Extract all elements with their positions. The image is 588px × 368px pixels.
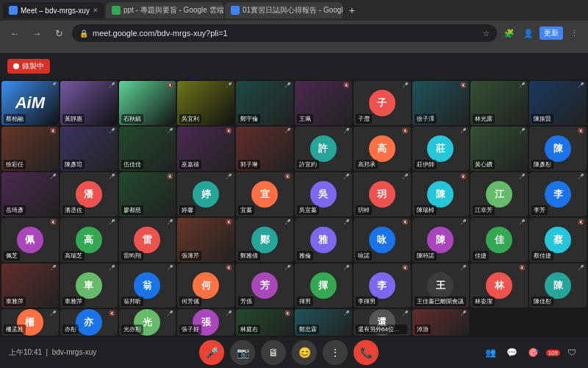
participant-tile[interactable]: 蔡🔇蔡佳捷 <box>529 218 587 262</box>
participant-tile[interactable]: 🎤岳琦彥 <box>1 172 59 216</box>
menu-button[interactable]: ⋮ <box>566 25 582 41</box>
participant-tile[interactable]: 張🎤張子好 <box>177 309 234 336</box>
host-icon[interactable]: 🛡 <box>564 344 579 361</box>
new-tab-button[interactable]: + <box>344 2 360 18</box>
participant-tile[interactable]: 🎤淖游 <box>412 309 470 336</box>
participant-tile[interactable]: 潘🎤潘丞佐 <box>60 172 118 216</box>
participant-tile[interactable]: 陳🎤陳時諾 <box>412 218 470 262</box>
participant-tile[interactable]: 許🎤許宜約 <box>295 127 352 171</box>
participant-tile[interactable]: 王🎤王佳蓁已離開會議 <box>412 263 470 308</box>
address-box[interactable]: 🔒 meet.google.com/bdv-mrgs-xuy?pli=1 ☆ <box>72 24 497 42</box>
participant-tile[interactable]: 佩🔇佩芝 <box>1 218 59 262</box>
forward-button[interactable]: → <box>28 24 46 42</box>
participant-tile[interactable]: 🎤郭子琳 <box>236 127 293 171</box>
participant-tile[interactable]: 車🎤車雅萍 <box>60 263 118 308</box>
reload-button[interactable]: ↻ <box>50 24 68 42</box>
participant-tile[interactable]: 雷🎤雷昀翔 <box>119 218 176 262</box>
participant-tile[interactable]: 李🎤李芳 <box>529 172 587 216</box>
participant-tile[interactable]: 🎤車雅萍 <box>1 263 59 308</box>
participant-tile[interactable]: 光🎤光亦彤 <box>119 309 176 336</box>
participant-tile[interactable]: 🔇巫嘉禧 <box>177 127 234 171</box>
participant-tile[interactable]: 🔇石秋鎮 <box>119 81 176 125</box>
participant-tile[interactable]: 芳🎤芳係 <box>236 263 293 308</box>
mic-status-icon: 🎤 <box>109 128 115 134</box>
participant-tile[interactable]: 🔇張薄芹 <box>177 218 234 262</box>
participant-name-label: 陳瑞棹 <box>415 205 437 215</box>
participant-tile[interactable]: 柵🎤柵孟姓 <box>1 309 59 336</box>
participant-tile[interactable]: 婷🎤婷馨 <box>177 172 234 216</box>
more-button[interactable]: ⋮ <box>323 340 348 365</box>
participant-tile[interactable]: 亦🔇亦彤 <box>60 309 118 336</box>
participant-tile[interactable]: 吳🎤吳宜蓁 <box>295 172 352 216</box>
participant-tile[interactable]: 玥🎤玥棹 <box>354 172 411 216</box>
share-button[interactable]: 🖥 <box>261 340 286 365</box>
participant-tile[interactable]: 莊🎤莊伊師 <box>412 127 470 171</box>
participant-tile[interactable]: 李🔇李揮男 <box>354 263 411 308</box>
participant-tile[interactable]: 陳🔇陳彥彤 <box>529 127 587 171</box>
participant-tile[interactable]: 江🎤江幸芳 <box>470 172 528 216</box>
chat-icon[interactable]: 💬 <box>503 344 520 361</box>
participant-tile[interactable]: 🎤鄭宇倫 <box>236 81 293 125</box>
participant-tile[interactable]: 何🔇何芳儀 <box>177 263 234 308</box>
bookmark-icon[interactable]: ☆ <box>483 29 490 38</box>
record-dot <box>13 63 19 69</box>
participant-tile[interactable]: 陳🔇陳瑞棹 <box>412 172 470 216</box>
participant-tile[interactable]: 鄭🎤鄭雅倩 <box>236 218 293 262</box>
participant-tile[interactable]: 🎤林光露 <box>470 81 528 125</box>
participant-tile[interactable]: 還🎤還有另外64位使用者 <box>354 309 411 336</box>
participant-tile[interactable]: 高🔇高邦承 <box>354 127 411 171</box>
participant-tile[interactable]: 林🔇林姿潔 <box>470 263 528 308</box>
mic-status-icon: 🎤 <box>284 128 291 134</box>
participant-tile[interactable]: 高🎤高瑞芝 <box>60 218 118 262</box>
tab-ppt[interactable]: ppt - 專題與要旨 - Google 雲端... ✕ <box>106 2 223 18</box>
mic-status-icon: 🎤 <box>519 128 526 134</box>
participant-tile[interactable]: 🎤陳振賢 <box>529 81 587 125</box>
record-button[interactable]: 錄製中 <box>7 59 50 74</box>
participant-tile[interactable]: 佳🎤佳捷 <box>470 218 528 262</box>
participant-avatar: 陳 <box>427 181 453 208</box>
participant-tile[interactable]: 揮🎤揮男 <box>295 263 352 308</box>
participant-tile[interactable]: 🔇徐彩任 <box>1 127 59 171</box>
tab-ppt-label: ppt - 專題與要旨 - Google 雲端... <box>123 5 223 15</box>
mic-status-icon: 🎤 <box>167 311 173 316</box>
participant-tile[interactable]: 雅🎤雅倫 <box>295 218 352 262</box>
participant-name-label: 黃心鑽 <box>473 160 495 169</box>
participant-tile[interactable]: 翁🎤翁邦昕 <box>119 263 176 308</box>
mic-status-icon: 🎤 <box>109 219 115 225</box>
aim-text: AiM <box>15 93 45 113</box>
back-button[interactable]: ← <box>6 24 24 42</box>
participant-tile[interactable]: 🔇王珮 <box>295 81 352 125</box>
update-button[interactable]: 更新 <box>539 26 563 40</box>
participant-tile[interactable]: 🎤吳宜利 <box>177 81 234 125</box>
participant-name-label: 鄭宇倫 <box>238 114 260 124</box>
participant-tile[interactable]: 🎤黃靜惠 <box>60 81 118 125</box>
tab-meet[interactable]: Meet – bdv-mrgs-xuy ✕ <box>3 2 104 18</box>
participant-tile[interactable]: 🔇廖都慈 <box>119 172 176 216</box>
participant-tile[interactable]: 宜🔇宜蓁 <box>236 172 293 216</box>
participant-tile[interactable]: 🔇徐子澤 <box>412 81 470 125</box>
participant-tile[interactable]: 咏🔇咏諾 <box>354 218 411 262</box>
mic-button[interactable]: 🎤 <box>199 340 224 365</box>
cam-button[interactable]: 📷 <box>230 340 255 365</box>
extensions-button[interactable]: 🧩 <box>501 25 517 41</box>
participant-tile[interactable]: 🔇林庭右 <box>236 309 293 336</box>
profile-button[interactable]: 👤 <box>520 25 537 41</box>
tab-meet-close[interactable]: ✕ <box>93 7 98 14</box>
participant-tile[interactable]: 🎤陳彥瑄 <box>60 127 118 171</box>
tab-doc[interactable]: 01實習日誌與心得報告 - Googl... ✕ <box>225 2 343 18</box>
end-call-button[interactable]: 📞 <box>354 340 379 365</box>
participant-tile[interactable]: 🎤鄭忠霖 <box>295 309 352 336</box>
people-icon[interactable]: 👥 <box>482 344 499 361</box>
participant-tile[interactable]: 陳🎤陳佳彤 <box>529 263 587 308</box>
mic-status-icon: 🎤 <box>50 82 57 88</box>
participant-name-label: 車雅萍 <box>62 297 85 306</box>
activities-icon[interactable]: 🎯 <box>525 344 542 361</box>
mic-status-icon: 🔇 <box>167 174 173 180</box>
participant-tile[interactable]: 🎤黃心鑽 <box>470 127 528 171</box>
participant-tile[interactable]: 子🎤子灃 <box>354 81 411 125</box>
participant-name-label: 徐彩任 <box>4 160 26 169</box>
participant-tile[interactable]: AiM🎤蔡柏融 <box>1 81 59 125</box>
participant-avatar: 高 <box>76 227 102 253</box>
participant-tile[interactable]: 🎤伍佳佳 <box>119 127 176 171</box>
emoji-button[interactable]: 😊 <box>292 340 317 365</box>
